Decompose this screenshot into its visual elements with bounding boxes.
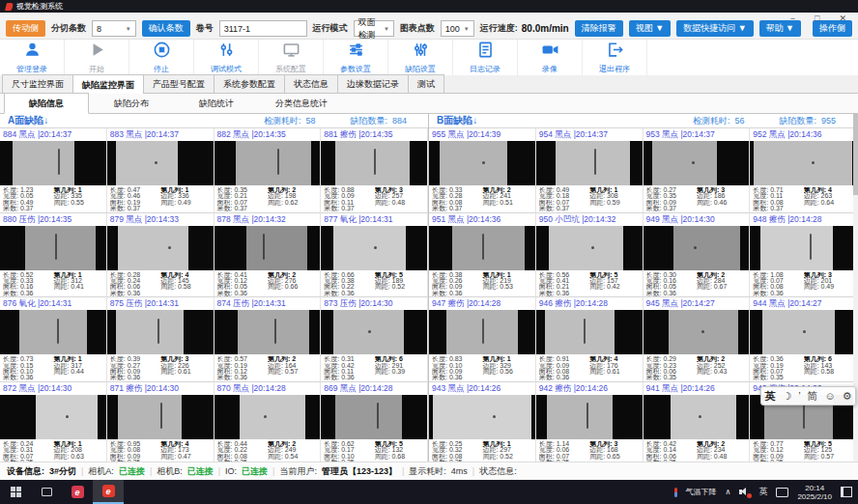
run-mode-select[interactable]: 双面检测▼ — [354, 20, 394, 37]
defect-cell[interactable]: 884 黑点 |20:14:37 长度: 1.23 宽度: 0.05 面积: 0… — [0, 128, 107, 213]
defect-cell[interactable]: 874 压伤 |20:14:31 长度: 0.57 宽度: 0.19 面积: 0… — [214, 297, 322, 382]
defect-cell[interactable]: 878 黑点 |20:14:32 长度: 0.41 宽度: 0.12 面积: 0… — [214, 213, 322, 298]
defect-thumbnail[interactable] — [536, 395, 643, 439]
defect-thumbnail[interactable] — [429, 395, 535, 439]
defect-thumbnail[interactable] — [0, 141, 106, 185]
clear-alarm-button[interactable]: 清除报警 — [575, 20, 623, 37]
system-config-button[interactable]: 系统配置 — [259, 40, 324, 75]
drive-side-button[interactable]: 传动侧 — [6, 20, 45, 37]
defect-settings-button[interactable]: 缺陷设置 — [388, 40, 453, 75]
defect-thumbnail[interactable] — [644, 226, 750, 270]
main-tab-1[interactable]: 缺陷监控界面 — [72, 74, 144, 94]
defect-cell[interactable]: 944 黑点 |20:14:27 长度: 0.36 宽度: 0.19 面积: 0… — [750, 297, 857, 382]
slit-count-select[interactable]: 8▼ — [92, 20, 136, 37]
main-tab-6[interactable]: 测试 — [408, 74, 444, 93]
ime-item-1[interactable]: ☽ — [782, 390, 791, 403]
weather-text[interactable]: 气温下降 — [686, 487, 717, 497]
defect-cell[interactable]: 875 压伤 |20:14:31 长度: 0.39 宽度: 0.27 面积: 0… — [107, 297, 214, 382]
defect-thumbnail[interactable] — [536, 226, 643, 270]
main-tab-4[interactable]: 状态信息 — [284, 74, 338, 93]
defect-thumbnail[interactable] — [107, 226, 214, 270]
defect-thumbnail[interactable] — [644, 141, 750, 185]
touch-keyboard-icon[interactable] — [776, 488, 788, 497]
defect-cell[interactable]: 881 擦伤 |20:14:35 长度: 0.88 宽度: 0.09 面积: 0… — [321, 128, 428, 213]
defect-cell[interactable]: 870 黑点 |20:14:28 长度: 0.44 宽度: 0.22 面积: 0… — [214, 382, 322, 467]
defect-subtab-1[interactable]: 缺陷分布 — [89, 94, 174, 113]
defect-cell[interactable]: 951 黑点 |20:14:36 长度: 0.38 宽度: 0.26 面积: 0… — [429, 213, 536, 298]
defect-thumbnail[interactable] — [214, 141, 321, 185]
defect-cell[interactable]: 879 黑点 |20:14:33 长度: 0.28 宽度: 0.24 面积: 0… — [107, 213, 214, 298]
defect-cell[interactable]: 947 擦伤 |20:14:28 长度: 0.83 宽度: 0.10 面积: 0… — [429, 297, 536, 382]
tray-expand-caret[interactable]: ∧ — [726, 488, 731, 496]
action-center-icon[interactable] — [841, 487, 852, 497]
defect-thumbnail[interactable] — [429, 310, 535, 354]
defect-cell[interactable]: 948 擦伤 |20:14:28 长度: 1.08 宽度: 0.07 面积: 0… — [750, 213, 857, 298]
defect-cell[interactable]: 950 小凹坑 |20:14:32 长度: 0.56 宽度: 0.41 面积: … — [536, 213, 644, 298]
panel-title[interactable]: B面缺陷↓ — [437, 114, 477, 127]
ime-item-3[interactable]: 简 — [808, 389, 818, 404]
debug-mode-button[interactable]: 调试模式 — [194, 40, 259, 75]
defect-cell[interactable]: 873 压伤 |20:14:30 长度: 0.31 宽度: 0.42 面积: 0… — [321, 297, 428, 382]
defect-thumbnail[interactable] — [214, 226, 321, 270]
defect-thumbnail[interactable] — [321, 395, 427, 439]
ime-language-indicator[interactable]: 英 — [758, 486, 767, 498]
panel-title[interactable]: A面缺陷↓ — [8, 114, 48, 127]
defect-thumbnail[interactable] — [0, 226, 106, 270]
defect-thumbnail[interactable] — [429, 226, 535, 270]
view-menu-button[interactable]: 视图 ▼ — [629, 20, 671, 37]
defect-subtab-3[interactable]: 分类信息统计 — [259, 94, 344, 113]
defect-thumbnail[interactable] — [0, 395, 106, 439]
chart-points-select[interactable]: 100▼ — [441, 20, 474, 37]
defect-subtab-0[interactable]: 缺陷信息 — [4, 93, 89, 114]
defect-thumbnail[interactable] — [321, 226, 427, 270]
close-button[interactable]: ✕ — [839, 14, 846, 23]
start-button[interactable]: 开始 — [65, 40, 129, 75]
taskbar-app-1[interactable]: e — [62, 480, 93, 504]
defect-cell[interactable]: 872 黑点 |20:14:30 长度: 0.24 宽度: 0.31 面积: 0… — [0, 382, 107, 467]
defect-cell[interactable]: 869 黑点 |20:14:28 长度: 0.62 宽度: 0.17 面积: 0… — [321, 382, 428, 467]
defect-cell[interactable]: 942 擦伤 |20:14:26 长度: 1.14 宽度: 0.06 面积: 0… — [536, 382, 644, 467]
defect-thumbnail[interactable] — [429, 141, 535, 185]
stop-button[interactable]: 停止 — [129, 40, 194, 75]
taskbar-app-2-active[interactable]: e — [93, 480, 124, 504]
defect-cell[interactable]: 883 黑点 |20:14:37 长度: 0.47 宽度: 0.46 面积: 0… — [107, 128, 214, 213]
defect-cell[interactable]: 882 黑点 |20:14:35 长度: 0.35 宽度: 0.21 面积: 0… — [214, 128, 322, 213]
defect-cell[interactable]: 953 黑点 |20:14:37 长度: 0.27 宽度: 0.35 面积: 0… — [644, 128, 751, 213]
ime-item-4[interactable]: ☺ — [824, 390, 835, 402]
start-button[interactable] — [0, 480, 31, 504]
scrollbar-thumb[interactable] — [853, 113, 858, 195]
defect-thumbnail[interactable] — [214, 395, 321, 439]
main-tab-2[interactable]: 产品型号配置 — [143, 74, 214, 93]
defect-thumbnail[interactable] — [107, 310, 214, 354]
param-settings-button[interactable]: 参数设置 — [324, 40, 388, 75]
defect-cell[interactable]: 871 擦伤 |20:14:30 长度: 0.95 宽度: 0.08 面积: 0… — [107, 382, 214, 467]
defect-thumbnail[interactable] — [644, 310, 750, 354]
defect-cell[interactable]: 949 黑点 |20:14:30 长度: 0.30 宽度: 0.16 面积: 0… — [644, 213, 751, 298]
ime-item-0[interactable]: 英 — [764, 389, 775, 404]
maximize-button[interactable]: □ — [815, 14, 819, 23]
admin-login-button[interactable]: 管理登录 — [0, 40, 65, 75]
main-tab-0[interactable]: 尺寸监控界面 — [2, 74, 73, 93]
defect-thumbnail[interactable] — [536, 141, 643, 185]
defect-cell[interactable]: 877 氧化 |20:14:31 长度: 0.66 宽度: 0.38 面积: 0… — [321, 213, 428, 298]
speaker-icon[interactable] — [739, 488, 750, 496]
task-view-button[interactable] — [31, 480, 62, 504]
defect-cell[interactable]: 876 氧化 |20:14:31 长度: 0.73 宽度: 0.15 面积: 0… — [0, 297, 107, 382]
ime-item-5[interactable]: ⚙ — [843, 390, 852, 403]
main-tab-5[interactable]: 边缘数据记录 — [337, 74, 409, 93]
defect-cell[interactable]: 955 黑点 |20:14:39 长度: 0.33 宽度: 0.28 面积: 0… — [429, 128, 536, 213]
defect-cell[interactable]: 880 压伤 |20:14:35 长度: 0.52 宽度: 0.33 面积: 0… — [0, 213, 107, 298]
roll-number-input[interactable]: 3117-1 — [219, 20, 307, 37]
ime-toolbar[interactable]: 英☽’简☺⚙ — [760, 386, 856, 406]
log-record-button[interactable]: 日志记录 — [453, 40, 518, 75]
defect-cell[interactable]: 943 黑点 |20:14:26 长度: 0.25 宽度: 0.32 面积: 0… — [429, 382, 536, 467]
taskbar-clock[interactable]: 20:14 2025/2/10 — [797, 484, 832, 501]
defect-thumbnail[interactable] — [107, 141, 214, 185]
defect-cell[interactable]: 954 黑点 |20:14:37 长度: 0.49 宽度: 0.18 面积: 0… — [536, 128, 644, 213]
defect-thumbnail[interactable] — [214, 310, 321, 354]
defect-thumbnail[interactable] — [321, 141, 427, 185]
ime-item-2[interactable]: ’ — [798, 390, 800, 402]
defect-thumbnail[interactable] — [644, 395, 750, 439]
scrollbar[interactable] — [853, 113, 858, 462]
main-tab-3[interactable]: 系统参数配置 — [214, 74, 285, 93]
